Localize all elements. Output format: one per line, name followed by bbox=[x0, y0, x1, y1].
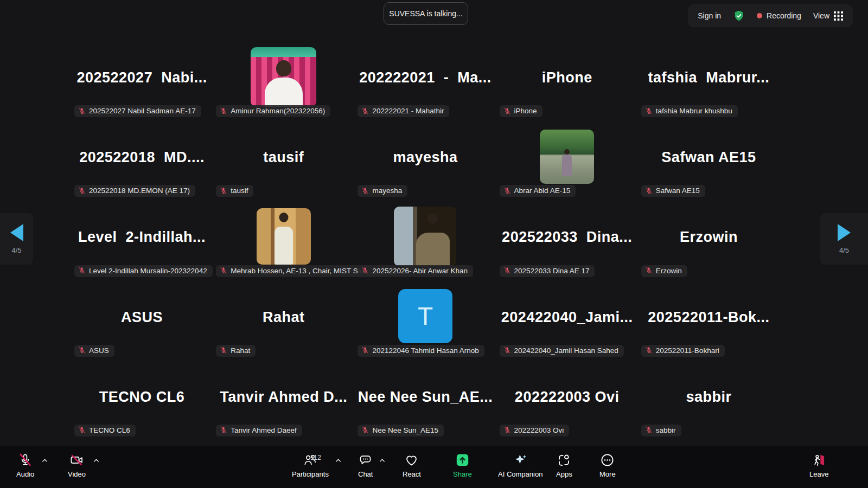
participant-name-text: Erzowin bbox=[656, 267, 682, 275]
muted-mic-icon bbox=[503, 346, 511, 354]
page-indicator: 4/5 bbox=[839, 246, 849, 254]
participant-tile[interactable]: Tanvir Ahmed D...Tanvir Ahmed Daeef bbox=[213, 359, 354, 439]
active-speaker-text: SUVESSA is talking... bbox=[389, 9, 462, 18]
shield-check-icon bbox=[733, 10, 745, 22]
participant-name-label: 202522033 Dina AE 17 bbox=[500, 265, 595, 277]
participant-tile[interactable]: RahatRahat bbox=[213, 279, 354, 359]
participant-tile[interactable]: 202522027 Nabi...202522027 Nabil Sadman … bbox=[71, 40, 213, 119]
sign-in-label: Sign in bbox=[698, 11, 721, 20]
participant-tile[interactable]: 202222021 - Ma...202222021 - Mahathir bbox=[354, 40, 496, 119]
apps-label: Apps bbox=[556, 470, 572, 478]
video-button[interactable]: Video bbox=[68, 453, 86, 478]
arrow-right-icon bbox=[838, 224, 851, 241]
participant-tile[interactable]: iPhoneiPhone bbox=[496, 40, 638, 119]
leave-label: Leave bbox=[809, 470, 828, 478]
view-label: View bbox=[813, 11, 829, 20]
apps-button[interactable]: Apps bbox=[556, 453, 572, 478]
muted-mic-icon bbox=[645, 426, 653, 434]
muted-mic-icon bbox=[645, 267, 653, 274]
participant-tile[interactable]: mayeshamayesha bbox=[354, 119, 496, 199]
participant-name-text: 202422040_Jamil Hasan Sahed bbox=[514, 346, 618, 355]
audio-label: Audio bbox=[16, 470, 34, 478]
participant-tile[interactable]: ErzowinErzowin bbox=[638, 199, 780, 279]
participant-name-text: 202222003 Ovi bbox=[514, 426, 564, 434]
share-button[interactable]: Share bbox=[453, 453, 472, 478]
muted-mic-icon bbox=[645, 187, 653, 195]
leave-button[interactable]: Leave bbox=[809, 453, 828, 478]
chat-icon bbox=[358, 453, 373, 467]
participant-name-text: Rahat bbox=[231, 346, 250, 355]
participant-name-text: ASUS bbox=[89, 346, 109, 355]
participant-photo-avatar bbox=[251, 47, 316, 107]
participant-name-label: Level 2-Indillah Mursalin-202322042 bbox=[74, 265, 213, 277]
participant-name-text: Level 2-Indillah Mursalin-202322042 bbox=[89, 267, 207, 275]
participant-tile[interactable]: tausiftausif bbox=[213, 119, 354, 199]
ai-companion-button[interactable]: AI Companion bbox=[498, 453, 542, 478]
participant-name-label: 202522027 Nabil Sadman AE-17 bbox=[74, 105, 201, 117]
view-button[interactable]: View bbox=[813, 11, 843, 21]
top-right-controls: Sign in Recording View bbox=[688, 4, 853, 27]
muted-mic-icon bbox=[220, 267, 227, 274]
participant-tile[interactable]: 202522011-Bok...202522011-Bokhari bbox=[638, 279, 780, 359]
muted-mic-icon bbox=[361, 426, 369, 434]
video-muted-icon bbox=[69, 453, 84, 467]
participant-tile[interactable]: sabbirsabbir bbox=[638, 359, 780, 439]
video-options-caret-icon[interactable] bbox=[93, 457, 100, 464]
participant-tile[interactable]: ASUSASUS bbox=[71, 279, 213, 359]
encryption-shield-icon[interactable] bbox=[733, 10, 745, 22]
participant-name-text: 202522027 Nabil Sadman AE-17 bbox=[89, 107, 196, 115]
recording-indicator[interactable]: Recording bbox=[757, 11, 801, 20]
participant-name-label: Mehrab Hossen, AE-13 , Chair, MIST Stu..… bbox=[216, 265, 375, 277]
participant-name-text: 202522033 Dina AE 17 bbox=[514, 267, 590, 275]
participant-display-name: 202522033 Dina... bbox=[502, 229, 632, 246]
participant-name-text: iPhone bbox=[514, 107, 537, 115]
ai-companion-label: AI Companion bbox=[498, 470, 542, 478]
audio-options-caret-icon[interactable] bbox=[41, 457, 48, 464]
participant-tile[interactable]: 202222003 Ovi202222003 Ovi bbox=[496, 359, 638, 439]
chat-label: Chat bbox=[358, 470, 373, 478]
participants-options-caret-icon[interactable] bbox=[335, 457, 342, 464]
previous-page-button[interactable]: 4/5 bbox=[0, 213, 33, 265]
participant-photo-avatar bbox=[257, 208, 311, 265]
participant-display-name: tafshia Mabrur... bbox=[648, 69, 770, 86]
chat-options-caret-icon[interactable] bbox=[379, 457, 386, 464]
audio-button[interactable]: Audio bbox=[16, 453, 34, 478]
participant-tile[interactable]: 202522033 Dina...202522033 Dina AE 17 bbox=[496, 199, 638, 279]
participant-tile[interactable]: 202422040_Jami...202422040_Jamil Hasan S… bbox=[496, 279, 638, 359]
participant-name-label: 202222003 Ovi bbox=[500, 425, 570, 436]
muted-mic-icon bbox=[645, 107, 653, 115]
muted-mic-icon bbox=[503, 267, 511, 274]
muted-mic-icon bbox=[361, 267, 369, 274]
participant-name-text: 202522026- Abir Anwar Khan bbox=[372, 267, 468, 275]
share-screen-icon bbox=[455, 453, 470, 467]
participant-tile[interactable]: TECNO CL6TECNO CL6 bbox=[71, 359, 213, 439]
participant-tile[interactable]: Aminur Rahman(202322056) bbox=[213, 40, 354, 119]
participant-name-text: 202122046 Tahmid Hasan Arnob bbox=[372, 346, 478, 355]
react-button[interactable]: React bbox=[403, 453, 421, 478]
participant-display-name: 202522018 MD.... bbox=[79, 149, 205, 166]
participant-name-label: ASUS bbox=[74, 345, 114, 357]
participant-tile[interactable]: tafshia Mabrur...tafshia Mabrur khushbu bbox=[638, 40, 780, 119]
next-page-button[interactable]: 4/5 bbox=[820, 213, 868, 265]
participant-tile[interactable]: Mehrab Hossen, AE-13 , Chair, MIST Stu..… bbox=[213, 199, 354, 279]
participant-tile[interactable]: Level 2-Indillah...Level 2-Indillah Murs… bbox=[71, 199, 213, 279]
participant-photo-avatar bbox=[540, 130, 594, 184]
participant-display-name: Level 2-Indillah... bbox=[78, 229, 206, 246]
participant-tile[interactable]: Safwan AE15Safwan AE15 bbox=[638, 119, 780, 199]
more-button[interactable]: More bbox=[599, 453, 616, 478]
ai-companion-sparkle-icon bbox=[513, 453, 528, 467]
participant-tile[interactable]: 202522018 MD....202522018 MD.EMON (AE 17… bbox=[71, 119, 213, 199]
chat-button[interactable]: Chat bbox=[358, 453, 373, 478]
participant-tile[interactable]: Abrar Abid AE-15 bbox=[496, 119, 638, 199]
participant-tile[interactable]: Nee Nee Sun_AE...Nee Nee Sun_AE15 bbox=[354, 359, 496, 439]
muted-mic-icon bbox=[220, 346, 227, 354]
participant-name-label: mayesha bbox=[358, 185, 407, 197]
participants-button[interactable]: Participants 112 bbox=[292, 453, 329, 478]
participant-display-name: Nee Nee Sun_AE... bbox=[358, 389, 493, 406]
sign-in-button[interactable]: Sign in bbox=[698, 11, 721, 20]
participant-tile[interactable]: T202122046 Tahmid Hasan Arnob bbox=[354, 279, 496, 359]
participant-display-name: TECNO CL6 bbox=[99, 389, 185, 406]
heart-react-icon bbox=[404, 453, 419, 467]
participant-tile[interactable]: 202522026- Abir Anwar Khan bbox=[354, 199, 496, 279]
participant-name-label: Abrar Abid AE-15 bbox=[500, 185, 576, 197]
